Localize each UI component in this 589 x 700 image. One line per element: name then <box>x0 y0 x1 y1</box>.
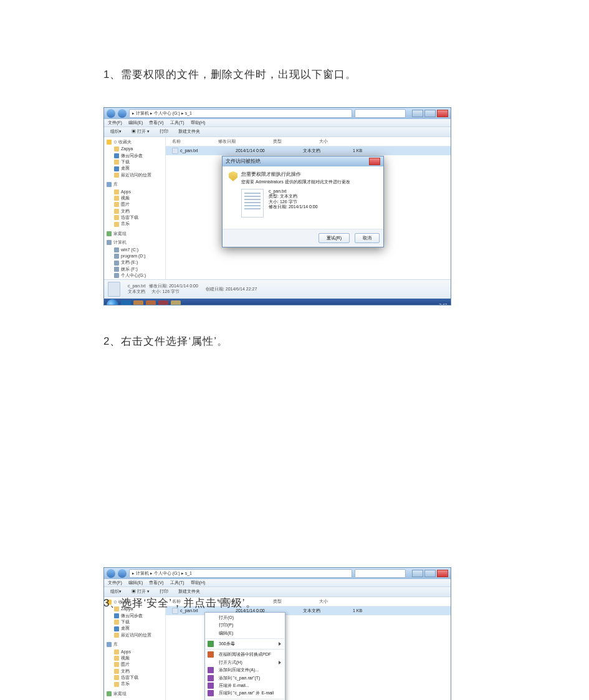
address-bar[interactable]: ▸ 计算机 ▸ 个人中心 (G:) ▸ s_1 <box>129 569 352 578</box>
toolbar-print[interactable]: 打印 <box>157 588 171 595</box>
sidebar-item[interactable]: 下载 <box>107 159 163 165</box>
archive-icon <box>208 690 214 696</box>
sidebar-item[interactable]: 桌面 <box>107 625 163 631</box>
taskbar-icon[interactable] <box>146 300 156 305</box>
ctx-pdf[interactable]: 在福昕阅读器中转换成PDF <box>205 651 285 658</box>
sidebar-item[interactable]: win7 (C:) <box>107 247 163 253</box>
menu-tools[interactable]: 工具(T) <box>170 120 184 125</box>
sidebar-item[interactable]: 个人中心(G:) <box>107 272 163 279</box>
taskbar-icon[interactable] <box>121 300 131 305</box>
retry-button[interactable]: 重试(R) <box>318 233 350 243</box>
cancel-button[interactable]: 取消 <box>355 233 380 243</box>
menu-file[interactable]: 文件(F) <box>108 120 122 125</box>
menu-tools[interactable]: 工具(T) <box>170 580 184 585</box>
sidebar-item[interactable]: 最近访问的位置 <box>107 172 163 178</box>
ctx-zip-rar[interactable]: 添加到 "c_pan.rar"(T) <box>205 674 285 682</box>
sidebar-item[interactable]: program (D:) <box>107 253 163 259</box>
search-box[interactable] <box>355 569 406 578</box>
sidebar-item[interactable]: 微云同步盘 <box>107 613 163 619</box>
folder-icon <box>114 626 119 631</box>
sidebar-libraries[interactable]: 库 <box>107 182 163 187</box>
folder-icon <box>114 146 119 151</box>
minimize-button[interactable] <box>412 570 423 577</box>
ctx-edit[interactable]: 编辑(E) <box>205 630 285 637</box>
file-row[interactable]: c_pan.txt 2014/1/14 0:00 文本文档 1 KB <box>166 146 451 155</box>
column-headers[interactable]: 名称 修改日期 类型 大小 <box>166 137 451 146</box>
file-list: 名称 修改日期 类型 大小 c_pan.txt 2014/1/14 0:00 文… <box>166 137 451 279</box>
start-button[interactable] <box>107 299 118 305</box>
nav-sidebar: ✩ 收藏夹 Zapya 微云同步盘 下载 桌面 最近访问的位置 库 Apps 视… <box>104 597 166 700</box>
menu-view[interactable]: 查看(V) <box>149 120 163 125</box>
taskbar-clock[interactable]: 7:472014/10/22 <box>426 303 447 306</box>
sidebar-homegroup[interactable]: 家庭组 <box>107 691 163 696</box>
ctx-zip-email[interactable]: 压缩并 E-mail... <box>205 682 285 689</box>
sidebar-libraries[interactable]: 库 <box>107 642 163 647</box>
maximize-button[interactable] <box>424 110 436 117</box>
sidebar-item[interactable]: Apps <box>107 649 163 655</box>
maximize-button[interactable] <box>424 570 436 577</box>
sidebar-item[interactable]: 微云同步盘 <box>107 153 163 159</box>
ctx-open[interactable]: 打开(O) <box>205 614 285 621</box>
sidebar-homegroup[interactable]: 家庭组 <box>107 231 163 236</box>
forward-button[interactable] <box>118 109 127 118</box>
sidebar-item[interactable]: 视频 <box>107 195 163 201</box>
toolbar-print[interactable]: 打印 <box>157 128 171 135</box>
sidebar-item[interactable]: Apps <box>107 189 163 195</box>
computer-icon <box>107 240 112 245</box>
archive-icon <box>208 683 214 689</box>
toolbar-newfolder[interactable]: 新建文件夹 <box>176 128 203 135</box>
dialog-heading: 您需要权限才能执行此操作 <box>241 171 350 178</box>
sidebar-item[interactable]: 图片 <box>107 661 163 668</box>
back-button[interactable] <box>107 569 115 578</box>
ctx-360[interactable]: 360杀毒 <box>205 640 285 648</box>
toolbar-organize[interactable]: 组织▾ <box>108 588 124 595</box>
menu-edit[interactable]: 编辑(E) <box>128 120 143 125</box>
taskbar-icon[interactable] <box>158 300 168 305</box>
address-bar[interactable]: ▸ 计算机 ▸ 个人中心 (G:) ▸ s_1 <box>129 109 352 118</box>
close-button[interactable] <box>437 570 448 577</box>
sidebar-item[interactable]: 文档 <box>107 668 163 674</box>
toolbar-newfolder[interactable]: 新建文件夹 <box>176 588 203 595</box>
toolbar-open[interactable]: ▣ 打开 ▾ <box>129 128 152 135</box>
sidebar-item[interactable]: 迅雷下载 <box>107 214 163 221</box>
folder-icon <box>114 650 119 654</box>
taskbar-icon[interactable] <box>133 300 143 305</box>
dialog-title: 文件访问被拒绝 <box>226 158 261 164</box>
sidebar-item[interactable]: 音乐 <box>107 221 163 227</box>
sidebar-item[interactable]: 最近访问的位置 <box>107 632 163 638</box>
submenu-arrow-icon <box>279 661 281 664</box>
toolbar-open[interactable]: ▣ 打开 ▾ <box>129 588 152 595</box>
ctx-zip-email2[interactable]: 压缩到 "c_pan.rar" 并 E-mail <box>205 689 285 697</box>
sidebar-item[interactable]: Zapya <box>107 146 163 152</box>
folder-icon <box>114 613 119 618</box>
sidebar-item[interactable]: 文档 (E:) <box>107 259 163 266</box>
sidebar-item[interactable]: 视频 <box>107 655 163 661</box>
sidebar-item[interactable]: 娱乐 (F:) <box>107 266 163 272</box>
sidebar-item[interactable]: 桌面 <box>107 165 163 171</box>
sidebar-item[interactable]: 迅雷下载 <box>107 674 163 681</box>
ctx-openwith[interactable]: 打开方式(H) <box>205 659 285 666</box>
toolbar-organize[interactable]: 组织▾ <box>108 128 124 135</box>
sidebar-item[interactable]: 图片 <box>107 201 163 208</box>
sidebar-item[interactable]: 下载 <box>107 619 163 625</box>
ctx-zip-add[interactable]: 添加到压缩文件(A)... <box>205 666 285 674</box>
menu-help[interactable]: 帮助(H) <box>191 580 206 585</box>
menu-help[interactable]: 帮助(H) <box>191 120 206 125</box>
ctx-print[interactable]: 打印(P) <box>205 621 285 629</box>
close-button[interactable] <box>437 110 448 117</box>
dialog-close-button[interactable] <box>369 158 380 165</box>
minimize-button[interactable] <box>412 110 423 117</box>
screenshot-1: ▸ 计算机 ▸ 个人中心 (G:) ▸ s_1 文件(F) 编辑(E) 查看(V… <box>103 107 451 305</box>
menu-file[interactable]: 文件(F) <box>108 580 122 585</box>
sidebar-item[interactable]: 音乐 <box>107 681 163 687</box>
forward-button[interactable] <box>118 569 127 578</box>
menu-edit[interactable]: 编辑(E) <box>128 580 143 585</box>
menu-view[interactable]: 查看(V) <box>149 580 163 585</box>
sidebar-computer[interactable]: 计算机 <box>107 240 163 245</box>
back-button[interactable] <box>107 109 115 118</box>
sidebar-favorites[interactable]: ✩ 收藏夹 <box>107 140 163 145</box>
sidebar-item[interactable]: 文档 <box>107 208 163 214</box>
taskbar-icon[interactable] <box>171 300 181 305</box>
search-box[interactable] <box>355 109 406 118</box>
homegroup-icon <box>107 231 112 236</box>
